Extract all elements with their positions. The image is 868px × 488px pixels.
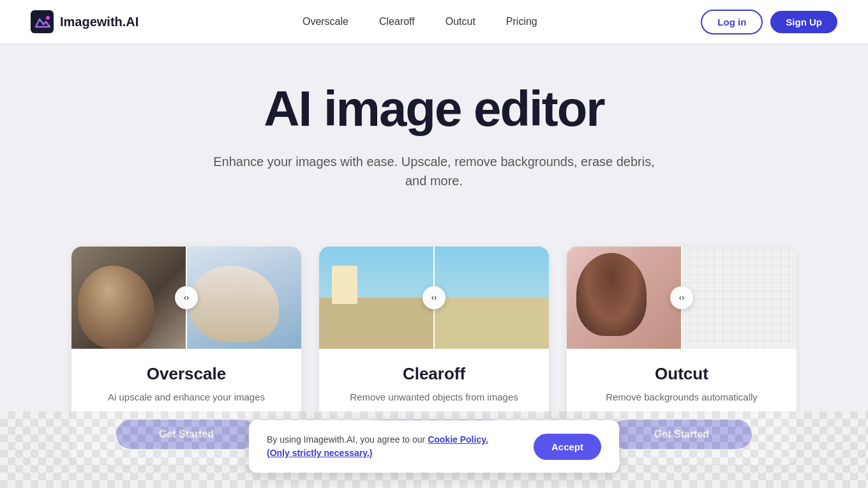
nav-link-outcut[interactable]: Outcut [445,16,475,27]
navbar: Imagewith.AI Overscale Clearoff Outcut P… [0,0,868,43]
nav-link-pricing[interactable]: Pricing [506,16,537,27]
login-button[interactable]: Log in [701,10,763,34]
card-desc-overscale: Ai upscale and enhance your images [108,390,265,405]
navbar-actions: Log in Sign Up [701,10,837,34]
before-after-clearoff: ‹› [319,247,549,349]
brand-logo[interactable]: Imagewith.AI [31,10,138,33]
before-after-outcut: ‹› [567,247,797,349]
signup-button[interactable]: Sign Up [770,11,837,33]
card-desc-clearoff: Remove unwanted objects from images [350,390,518,405]
brand-name: Imagewith.AI [60,15,138,29]
card-image-clearoff: ‹› [319,247,549,349]
before-after-overscale: ‹› [71,247,301,349]
card-title-clearoff: Clearoff [403,364,465,384]
image-after-outcut [682,247,797,349]
card-image-overscale: ‹› [71,247,301,349]
slider-handle-clearoff[interactable]: ‹› [423,286,445,309]
card-title-outcut: Outcut [655,364,708,384]
image-before-clearoff [319,247,434,349]
hero-section: AI image editor Enhance your images with… [0,43,868,247]
image-before-overscale [71,247,186,349]
card-image-outcut: ‹› [567,247,797,349]
slider-handle-overscale[interactable]: ‹› [175,286,198,309]
hero-title: AI image editor [13,82,855,137]
slider-handle-outcut[interactable]: ‹› [670,286,693,309]
cookie-text: By using Imagewith.AI, you agree to our … [267,433,513,460]
cookie-text-before: By using Imagewith.AI, you agree to our [267,434,428,445]
card-title-overscale: Overscale [147,364,226,384]
nav-link-overscale[interactable]: Overscale [303,16,348,27]
nav-links: Overscale Clearoff Outcut Pricing [303,16,537,27]
image-before-outcut [567,247,682,349]
image-after-overscale [186,247,301,349]
logo-icon [31,10,54,33]
card-desc-outcut: Remove backgrounds automatically [606,390,758,405]
nav-link-clearoff[interactable]: Clearoff [379,16,415,27]
svg-point-1 [46,16,50,20]
cookie-banner: By using Imagewith.AI, you agree to our … [249,420,619,473]
hero-subtitle: Enhance your images with ease. Upscale, … [211,152,657,190]
cookie-accept-button[interactable]: Accept [534,434,601,460]
image-after-clearoff [434,247,549,349]
